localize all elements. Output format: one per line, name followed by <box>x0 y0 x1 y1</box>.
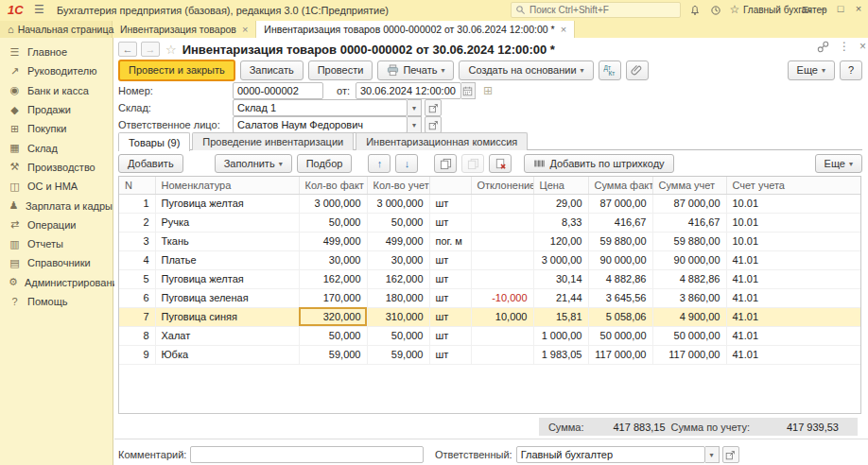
column-header-sum_fact[interactable]: Сумма факт <box>588 177 652 194</box>
cell-qty_fact[interactable]: 170,000 <box>299 288 367 307</box>
column-header-qty_acc[interactable]: Кол-во учет <box>367 177 429 194</box>
cell-qty_fact[interactable]: 59,000 <box>299 345 367 364</box>
table-row[interactable]: 6Пуговица зеленая170,000180,000шт-10,000… <box>119 288 860 307</box>
sidebar-item-sales[interactable]: ◆Продажи <box>0 100 113 119</box>
fill-button[interactable]: Заполнить▾ <box>215 154 292 173</box>
close-tab-icon[interactable]: × <box>242 24 248 35</box>
cell-n[interactable]: 3 <box>119 232 155 250</box>
move-up-button[interactable]: ↑ <box>368 154 391 173</box>
column-header-unit[interactable] <box>429 177 471 194</box>
close-window-icon[interactable]: × <box>851 3 866 14</box>
cell-deviation[interactable]: -10,000 <box>471 288 533 307</box>
column-header-sum_acc[interactable]: Сумма учет <box>652 177 726 194</box>
cell-qty_acc[interactable]: 30,000 <box>367 250 429 269</box>
cell-sum_acc[interactable]: 87 000,00 <box>652 194 726 213</box>
cell-price[interactable]: 8,33 <box>533 213 588 232</box>
open-link-icon[interactable] <box>425 116 442 133</box>
forward-icon[interactable]: → <box>141 42 160 57</box>
sidebar-item-warehouse[interactable]: ▦Склад <box>0 138 113 157</box>
history-clock-icon[interactable] <box>707 3 724 16</box>
cell-price[interactable]: 1 000,00 <box>533 326 588 345</box>
sidebar-item-fixed-assets[interactable]: ◫ОС и НМА <box>0 177 113 196</box>
sidebar-item-production[interactable]: ⚒Производство <box>0 158 113 177</box>
add-row-button[interactable]: Добавить <box>118 154 183 173</box>
cell-unit[interactable]: шт <box>429 269 471 288</box>
favorites-star-icon[interactable]: ☆ <box>726 3 743 16</box>
table-row[interactable]: 1Пуговица желтая3 000,0003 000,000шт29,0… <box>119 194 860 213</box>
cell-deviation[interactable] <box>471 250 533 269</box>
cell-sum_acc[interactable]: 117 000,00 <box>652 345 726 364</box>
cell-n[interactable]: 7 <box>119 307 155 326</box>
cell-account[interactable]: 10.01 <box>726 213 860 232</box>
column-header-name[interactable]: Номенклатура <box>155 177 299 194</box>
post-button[interactable]: Провести <box>308 60 373 80</box>
cell-price[interactable]: 1 983,05 <box>533 345 588 364</box>
cell-account[interactable]: 41.01 <box>726 250 860 269</box>
cell-unit[interactable]: шт <box>429 326 471 345</box>
table-more-button[interactable]: Еще▾ <box>815 154 862 173</box>
chevron-down-icon[interactable]: ▾ <box>705 446 720 463</box>
table-row[interactable]: 8Халат50,00050,000шт1 000,0050 000,0050 … <box>119 326 860 345</box>
cell-name[interactable]: Пуговица зеленая <box>155 288 299 307</box>
notifications-bell-icon[interactable] <box>686 3 703 16</box>
cell-name[interactable]: Платье <box>155 250 299 269</box>
global-search[interactable] <box>511 2 681 18</box>
cell-qty_acc[interactable]: 310,000 <box>367 307 429 326</box>
cell-qty_acc[interactable]: 3 000,000 <box>367 194 429 213</box>
window-tab-inventory-list[interactable]: Инвентаризация товаров× <box>113 21 256 38</box>
cell-price[interactable]: 21,44 <box>533 288 588 307</box>
form-tab-goods[interactable]: Товары (9) <box>118 132 190 151</box>
table-row[interactable]: 4Платье30,00030,000шт3 000,0090 000,0090… <box>119 250 860 269</box>
number-input[interactable] <box>233 82 323 99</box>
cell-account[interactable]: 41.01 <box>726 345 860 364</box>
cell-qty_fact[interactable]: 30,000 <box>299 250 367 269</box>
cell-deviation[interactable]: 10,000 <box>471 307 533 326</box>
comment-input[interactable] <box>190 446 424 463</box>
cell-sum_acc[interactable]: 4 882,86 <box>652 269 726 288</box>
star-icon[interactable]: ☆ <box>165 43 177 57</box>
cell-name[interactable]: Ручка <box>155 213 299 232</box>
cell-sum_fact[interactable]: 90 000,00 <box>588 250 652 269</box>
cell-sum_fact[interactable]: 5 058,06 <box>588 307 652 326</box>
post-and-close-button[interactable]: Провести и закрыть <box>118 60 235 81</box>
cell-name[interactable]: Пуговица синяя <box>155 307 299 326</box>
cell-account[interactable]: 10.01 <box>726 232 860 250</box>
cell-deviation[interactable] <box>471 213 533 232</box>
cell-n[interactable]: 2 <box>119 213 155 232</box>
cell-sum_fact[interactable]: 87 000,00 <box>588 194 652 213</box>
service-menu-icon[interactable]: ≡▾ <box>798 3 815 16</box>
cell-sum_acc[interactable]: 90 000,00 <box>652 250 726 269</box>
add-by-barcode-button[interactable]: Добавить по штрихкоду <box>524 154 673 173</box>
sidebar-item-bank-cash[interactable]: ◉Банк и касса <box>0 81 113 100</box>
cell-sum_fact[interactable]: 416,67 <box>588 213 652 232</box>
cell-price[interactable]: 30,14 <box>533 269 588 288</box>
print-button[interactable]: Печать▾ <box>377 60 454 80</box>
cell-account[interactable]: 41.01 <box>726 269 860 288</box>
cell-account[interactable]: 41.01 <box>726 288 860 307</box>
chevron-down-icon[interactable]: ▾ <box>408 116 422 133</box>
table-row[interactable]: 3Ткань499,000499,000пог. м120,0059 880,0… <box>119 232 860 250</box>
sidebar-item-salary-hr[interactable]: ♟Зарплата и кадры <box>0 196 113 215</box>
cell-n[interactable]: 8 <box>119 326 155 345</box>
show-postings-dtkt-button[interactable]: ДтКт <box>599 60 621 80</box>
cell-price[interactable]: 29,00 <box>533 194 588 213</box>
cell-name[interactable]: Ткань <box>155 232 299 250</box>
cell-n[interactable]: 5 <box>119 269 155 288</box>
window-tab-inventory-doc[interactable]: Инвентаризация товаров 0000-000002 от 30… <box>256 21 575 38</box>
chevron-down-icon[interactable]: ▾ <box>408 99 422 116</box>
more-button[interactable]: Еще▾ <box>788 60 835 80</box>
cell-qty_acc[interactable]: 162,000 <box>367 269 429 288</box>
cell-name[interactable]: Пуговица желтая <box>155 194 299 213</box>
sidebar-item-main[interactable]: ☰Главное <box>0 43 113 61</box>
column-header-price[interactable]: Цена <box>533 177 588 194</box>
cell-qty_fact[interactable]: 499,000 <box>299 232 367 250</box>
sidebar-item-directories[interactable]: ▤Справочники <box>0 253 113 272</box>
close-tab-icon[interactable]: × <box>561 24 566 35</box>
form-tab-inventory-execution[interactable]: Проведение инвентаризации <box>192 132 354 150</box>
cell-n[interactable]: 4 <box>119 250 155 269</box>
table-row[interactable]: 5Пуговица желтая162,000162,000шт30,144 8… <box>119 269 860 288</box>
attachments-button[interactable] <box>626 60 649 80</box>
cell-sum_fact[interactable]: 59 880,00 <box>588 232 652 250</box>
cell-price[interactable]: 15,81 <box>533 307 588 326</box>
save-button[interactable]: Записать <box>240 60 304 80</box>
